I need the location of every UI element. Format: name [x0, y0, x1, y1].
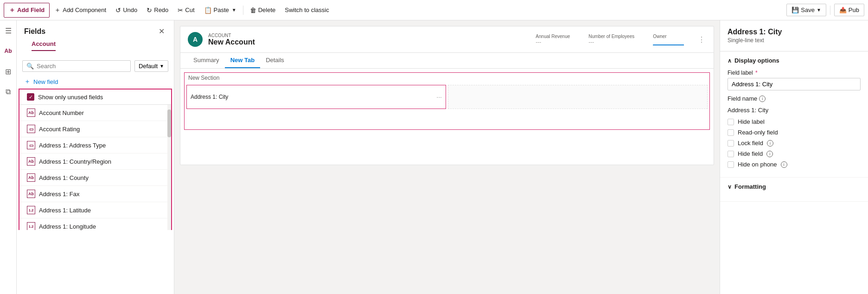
hide-field-info-icon[interactable]: i	[766, 151, 773, 157]
field-label-input[interactable]	[728, 78, 861, 90]
save-icon: 💾	[791, 6, 799, 13]
field-name-value: Address 1: City	[728, 107, 861, 114]
fields-panel-close-button[interactable]: ✕	[157, 26, 166, 37]
lock-field-info-icon[interactable]: i	[767, 140, 773, 147]
field-item-label: Address 1: Fax	[39, 191, 79, 198]
sidebar-icon-text[interactable]: Ab	[2, 45, 15, 58]
hide-label-checkbox[interactable]	[728, 119, 734, 125]
delete-icon: 🗑	[250, 6, 256, 14]
hide-on-phone-info-icon[interactable]: i	[781, 161, 787, 168]
paste-button[interactable]: 📋 Paste ▼	[199, 4, 241, 17]
plus-icon-2: ＋	[54, 6, 61, 14]
redo-button[interactable]: ↻ Redo	[142, 4, 173, 17]
hide-field-option[interactable]: Hide field i	[728, 150, 861, 157]
hide-label-option[interactable]: Hide label	[728, 118, 861, 125]
field-type-icon: Ab	[27, 190, 35, 198]
paste-dropdown-icon[interactable]: ▼	[232, 7, 236, 13]
form-avatar: A	[188, 32, 203, 47]
fields-panel-title: Fields	[24, 27, 45, 36]
fields-dropdown[interactable]: Default ▼	[134, 60, 168, 72]
form-title-block: ACCOUNT New Account	[208, 33, 530, 46]
icon-sidebar: ☰ Ab ⊞ ⧉	[0, 20, 17, 294]
save-button[interactable]: 💾 Save ▼	[786, 4, 826, 16]
scrollbar-thumb[interactable]	[167, 109, 171, 137]
show-unused-checkbox[interactable]: ✓	[27, 93, 34, 101]
cut-icon: ✂	[178, 6, 183, 14]
field-item-label: Address 1: Address Type	[39, 142, 106, 149]
field-item-label: Account Number	[39, 109, 84, 116]
list-item[interactable]: AbAddress 1: Fax	[19, 186, 167, 202]
field-label-label: Field label *	[728, 70, 861, 76]
field-item-label: Address 1: County	[39, 174, 89, 181]
list-item[interactable]: 1.2Address 1: Latitude	[19, 202, 167, 218]
right-panel-formatting: ∨ Formatting	[720, 178, 868, 202]
redo-icon: ↻	[147, 6, 152, 14]
sidebar-icon-grid[interactable]: ⊞	[2, 65, 15, 78]
form-entity-label: ACCOUNT	[208, 33, 530, 38]
form-field-cell-city[interactable]: Address 1: City ···	[186, 85, 446, 109]
plus-icon: ＋	[9, 6, 15, 14]
list-item[interactable]: AbAddress 1: County	[19, 170, 167, 186]
list-item[interactable]: ▭Address 1: Address Type	[19, 137, 167, 153]
field-name-label-row: Field name i	[728, 95, 861, 102]
cut-button[interactable]: ✂ Cut	[173, 4, 199, 17]
form-meta: Annual Revenue --- Number of Employees -…	[536, 34, 684, 45]
new-field-row[interactable]: ＋ New field	[17, 75, 174, 89]
sidebar-icon-layers[interactable]: ⧉	[2, 85, 15, 98]
hide-on-phone-option[interactable]: Hide on phone i	[728, 161, 861, 168]
add-field-button[interactable]: ＋ Add Field	[4, 3, 50, 18]
read-only-option[interactable]: Read-only field	[728, 129, 861, 136]
tab-new-tab[interactable]: New Tab	[225, 53, 261, 68]
list-item[interactable]: AbAddress 1: Country/Region	[19, 153, 167, 170]
right-panel-title: Address 1: City	[728, 28, 861, 36]
search-input[interactable]	[37, 63, 127, 70]
main-layout: ☰ Ab ⊞ ⧉ Fields ✕ Account 🔍 Default ▼ ＋ …	[0, 20, 868, 294]
field-name-section: Field name i Address 1: City	[728, 95, 861, 114]
paste-icon: 📋	[204, 6, 212, 14]
show-unused-fields-row[interactable]: ✓ Show only unused fields	[19, 89, 171, 105]
switch-to-classic-button[interactable]: Switch to classic	[280, 4, 333, 16]
toolbar-right: 💾 Save ▼ 📤 Pub	[786, 4, 864, 16]
fields-panel-header: Fields ✕	[17, 20, 174, 38]
chevron-down-icon: ▼	[160, 64, 164, 69]
field-type-icon: 1.2	[27, 222, 35, 230]
form-section-header: New Section	[185, 73, 709, 83]
required-indicator: *	[755, 70, 758, 76]
chevron-down-icon-formatting: ∨	[728, 184, 732, 190]
form-section-grid: Address 1: City ···	[185, 83, 709, 111]
undo-button[interactable]: ↺ Undo	[111, 4, 142, 17]
add-component-button[interactable]: ＋ Add Component	[50, 3, 111, 17]
hide-field-checkbox[interactable]	[728, 151, 734, 157]
sidebar-icon-menu[interactable]: ☰	[2, 24, 15, 37]
save-dropdown-icon[interactable]: ▼	[817, 7, 821, 13]
form-meta-annual-revenue: Annual Revenue ---	[536, 34, 570, 45]
toolbar: ＋ Add Field ＋ Add Component ↺ Undo ↻ Red…	[0, 0, 868, 20]
list-item[interactable]: AbAccount Number	[19, 105, 167, 121]
read-only-checkbox[interactable]	[728, 129, 734, 136]
form-expand-icon[interactable]: ⋮	[697, 35, 706, 44]
display-options-header[interactable]: ∧ Display options	[728, 57, 861, 64]
list-item[interactable]: 1.2Address 1: Longitude	[19, 218, 167, 230]
field-name-info-icon[interactable]: i	[759, 96, 766, 102]
publish-icon: 📤	[839, 6, 847, 13]
form-section-footer	[185, 111, 709, 129]
fields-panel-tab-account[interactable]: Account	[32, 38, 56, 51]
hide-on-phone-checkbox[interactable]	[728, 161, 734, 168]
field-type-icon: Ab	[27, 109, 35, 117]
formatting-header[interactable]: ∨ Formatting	[728, 183, 861, 190]
delete-button[interactable]: 🗑 Delete	[245, 4, 281, 17]
right-panel-subtitle: Single-line text	[728, 37, 861, 44]
tab-summary[interactable]: Summary	[188, 53, 225, 68]
scrollbar-track[interactable]	[167, 105, 171, 230]
tab-details[interactable]: Details	[260, 53, 290, 68]
undo-icon: ↺	[115, 6, 121, 14]
field-item-label: Address 1: Latitude	[39, 207, 91, 214]
lock-field-checkbox[interactable]	[728, 140, 734, 147]
lock-field-option[interactable]: Lock field i	[728, 140, 861, 147]
field-type-icon: ▭	[27, 125, 35, 133]
list-item[interactable]: ▭Account Rating	[19, 121, 167, 137]
publish-button[interactable]: 📤 Pub	[834, 4, 864, 16]
form-meta-employees: Number of Employees ---	[588, 34, 634, 45]
form-meta-owner: Owner __________	[653, 34, 684, 45]
field-type-icon: 1.2	[27, 206, 35, 214]
